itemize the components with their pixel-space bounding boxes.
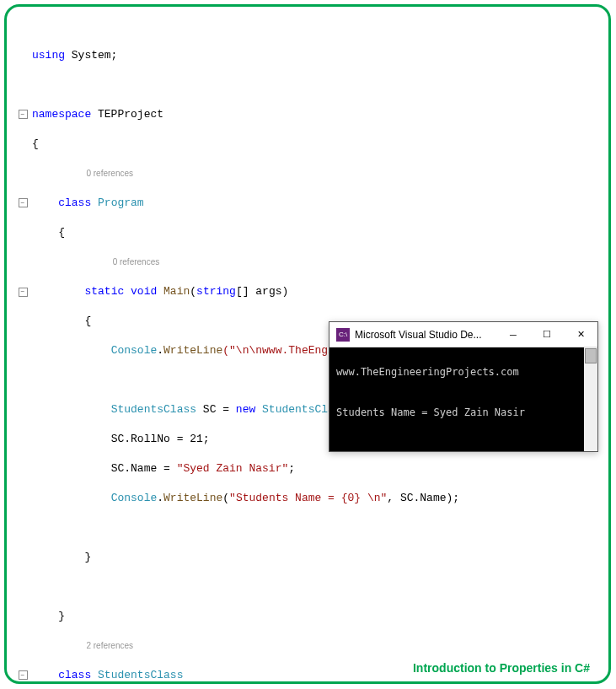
keyword-static-void: static void [84,285,157,298]
caption-label: Introduction to Properties in C# [413,661,590,675]
keyword-namespace: namespace [32,108,91,121]
output-line: www.TheEngineeringProjects.com [336,366,591,379]
minimize-button[interactable]: ─ [496,322,530,347]
class-name: Program [91,196,143,209]
text: System; [65,49,117,62]
namespace-name: TEPProject [91,108,163,121]
fold-icon[interactable]: − [19,110,28,119]
fold-icon[interactable]: − [19,670,28,680]
close-button[interactable]: ✕ [564,322,597,347]
app-icon: C:\ [336,328,350,342]
class-name: StudentsClass [91,669,183,681]
codelens[interactable]: 0 references [111,257,160,266]
method-main: Main [157,285,190,298]
fold-icon[interactable]: − [19,288,28,297]
scrollbar-thumb[interactable] [585,348,597,363]
window-title: Microsoft Visual Studio De... [355,329,496,341]
keyword-class: class [58,196,91,209]
keyword-using: using [32,49,65,62]
maximize-button[interactable]: ☐ [530,322,564,347]
titlebar[interactable]: C:\ Microsoft Visual Studio De... ─ ☐ ✕ [329,322,597,347]
string-literal: "Students Name = {0} \n" [229,492,387,504]
codelens[interactable]: 2 references [84,641,133,650]
keyword-new: new [236,403,255,416]
scrollbar[interactable] [584,347,597,451]
console-window[interactable]: C:\ Microsoft Visual Studio De... ─ ☐ ✕ … [329,321,598,452]
type-studentsclass: StudentsClass [111,403,196,416]
console-type: Console [111,344,158,357]
output-line: Students Name = Syed Zain Nasir [336,406,591,420]
code-frame: using System; −namespace TEPProject { 0 … [4,4,611,684]
codelens[interactable]: 0 references [84,169,133,178]
writeline-method: WriteLine [163,344,222,357]
fold-icon[interactable]: − [19,198,28,207]
string-literal: "Syed Zain Nasir" [177,462,289,475]
terminal-output[interactable]: www.TheEngineeringProjects.com Students … [329,347,597,451]
code-line: SC.RollNo = 21; [111,433,210,445]
